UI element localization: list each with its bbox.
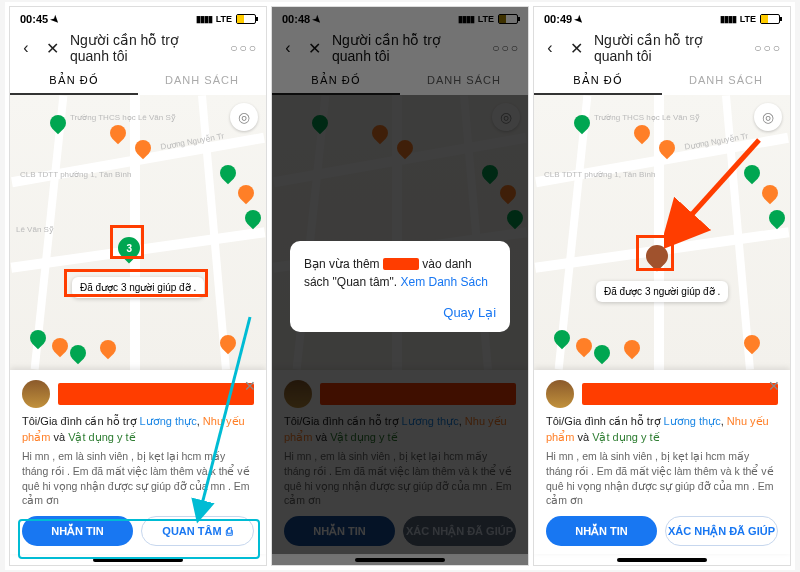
map-tooltip: Đã được 3 người giúp đỡ .	[596, 281, 728, 302]
map-road-label: Lê Văn Sỹ	[16, 225, 54, 234]
map-view[interactable]: Trường THCS học Lê Văn Sỹ CLB TDTT phườn…	[534, 95, 790, 370]
map-pin-request[interactable]	[235, 182, 258, 205]
redacted-name	[58, 383, 254, 405]
network-lte: LTE	[740, 14, 756, 24]
category-food: Lương thực	[140, 415, 197, 427]
request-card: ✕ Tôi/Gia đình cần hỗ trợ Lương thực, Nh…	[534, 370, 790, 554]
clock: 00:49	[544, 13, 572, 25]
home-indicator	[617, 558, 707, 562]
category-medical: Vật dụng y tế	[68, 431, 135, 443]
map-pin-helper[interactable]	[741, 162, 764, 185]
page-title: Người cần hỗ trợ quanh tôi	[594, 32, 744, 64]
map-view[interactable]: Trường THCS học Lê Văn Sỹ CLB TDTT phườn…	[10, 95, 266, 370]
map-poi-label: Trường THCS học Lê Văn Sỹ	[594, 113, 700, 122]
annotation-highlight-box	[64, 269, 208, 297]
map-pin-request[interactable]	[107, 122, 130, 145]
map-pin-helper[interactable]	[591, 342, 614, 365]
signal-icon: ▮▮▮▮	[720, 14, 736, 24]
map-pin-request[interactable]	[759, 182, 782, 205]
close-icon[interactable]: ✕	[568, 39, 584, 58]
request-description: Hi mn , em là sinh viên , bị kẹt lại hcm…	[22, 449, 254, 508]
map-poi-label: CLB TDTT phường 1, Tân Bình	[544, 170, 655, 179]
tabs: BẢN ĐỒ DANH SÁCH	[10, 65, 266, 95]
location-arrow-icon: ➤	[572, 13, 585, 26]
back-icon[interactable]: ‹	[18, 39, 34, 57]
signal-icon: ▮▮▮▮	[196, 14, 212, 24]
map-pin-helper[interactable]	[571, 112, 594, 135]
close-icon[interactable]: ✕	[44, 39, 60, 58]
screen-3: 00:49 ➤ ▮▮▮▮ LTE ‹ ✕ Người cần hỗ trợ qu…	[533, 6, 791, 566]
page-title: Người cần hỗ trợ quanh tôi	[70, 32, 220, 64]
view-list-link[interactable]: Xem Danh Sách	[400, 275, 487, 289]
battery-icon	[236, 14, 256, 24]
map-poi-label: CLB TDTT phường 1, Tân Bình	[20, 170, 131, 179]
need-line: Tôi/Gia đình cần hỗ trợ Lương thực, Nhu …	[546, 414, 778, 445]
map-pin-helper[interactable]	[242, 207, 265, 230]
redacted-name	[582, 383, 778, 405]
more-icon[interactable]: ○○○	[754, 41, 782, 55]
map-pin-request[interactable]	[97, 337, 120, 360]
map-pin-helper[interactable]	[217, 162, 240, 185]
annotation-highlight-box	[636, 235, 674, 271]
tab-list[interactable]: DANH SÁCH	[138, 65, 266, 95]
dialog-back-button[interactable]: Quay Lại	[290, 297, 510, 332]
battery-icon	[760, 14, 780, 24]
map-pin-helper[interactable]	[47, 112, 70, 135]
annotation-highlight-box	[110, 225, 144, 259]
map-poi-label: Trường THCS học Lê Văn Sỹ	[70, 113, 176, 122]
map-pin-helper[interactable]	[766, 207, 789, 230]
tab-list[interactable]: DANH SÁCH	[662, 65, 790, 95]
status-bar: 00:45 ➤ ▮▮▮▮ LTE	[10, 7, 266, 31]
map-pin-request[interactable]	[49, 335, 72, 358]
map-pin-helper[interactable]	[27, 327, 50, 350]
screen-2: 00:48 ➤ ▮▮▮▮ LTE ‹ ✕ Người cần hỗ trợ qu…	[271, 6, 529, 566]
annotation-highlight-cyan	[18, 519, 260, 559]
more-icon[interactable]: ○○○	[230, 41, 258, 55]
request-description: Hi mn , em là sinh viên , bị kẹt lại hcm…	[546, 449, 778, 508]
confirm-dialog: Bạn vừa thêm vào danh sách "Quan tâm". X…	[290, 241, 510, 332]
map-pin-helper[interactable]	[551, 327, 574, 350]
card-close-icon[interactable]: ✕	[768, 378, 780, 394]
message-button[interactable]: NHẮN TIN	[546, 516, 657, 546]
card-close-icon[interactable]: ✕	[244, 378, 256, 394]
confirm-helped-button[interactable]: XÁC NHẬN ĐÃ GIÚP	[665, 516, 778, 546]
avatar[interactable]	[22, 380, 50, 408]
dialog-text: Bạn vừa thêm	[304, 257, 383, 271]
map-pin-request[interactable]	[631, 122, 654, 145]
redacted-name	[383, 258, 419, 270]
avatar[interactable]	[546, 380, 574, 408]
status-bar: 00:49 ➤ ▮▮▮▮ LTE	[534, 7, 790, 31]
tabs: BẢN ĐỒ DANH SÁCH	[534, 65, 790, 95]
locate-me-icon[interactable]: ◎	[754, 103, 782, 131]
map-pin-request[interactable]	[621, 337, 644, 360]
locate-me-icon[interactable]: ◎	[230, 103, 258, 131]
need-line: Tôi/Gia đình cần hỗ trợ Lương thực, Nhu …	[22, 414, 254, 445]
network-lte: LTE	[216, 14, 232, 24]
tab-map[interactable]: BẢN ĐỒ	[534, 65, 662, 95]
nav-bar: ‹ ✕ Người cần hỗ trợ quanh tôi ○○○	[534, 31, 790, 65]
back-icon[interactable]: ‹	[542, 39, 558, 57]
map-pin-helper[interactable]	[67, 342, 90, 365]
location-arrow-icon: ➤	[48, 13, 61, 26]
screen-1: 00:45 ➤ ▮▮▮▮ LTE ‹ ✕ Người cần hỗ trợ qu…	[9, 6, 267, 566]
map-pin-request[interactable]	[573, 335, 596, 358]
modal-overlay[interactable]: Bạn vừa thêm vào danh sách "Quan tâm". X…	[272, 7, 528, 565]
nav-bar: ‹ ✕ Người cần hỗ trợ quanh tôi ○○○	[10, 31, 266, 65]
clock: 00:45	[20, 13, 48, 25]
tab-map[interactable]: BẢN ĐỒ	[10, 65, 138, 95]
